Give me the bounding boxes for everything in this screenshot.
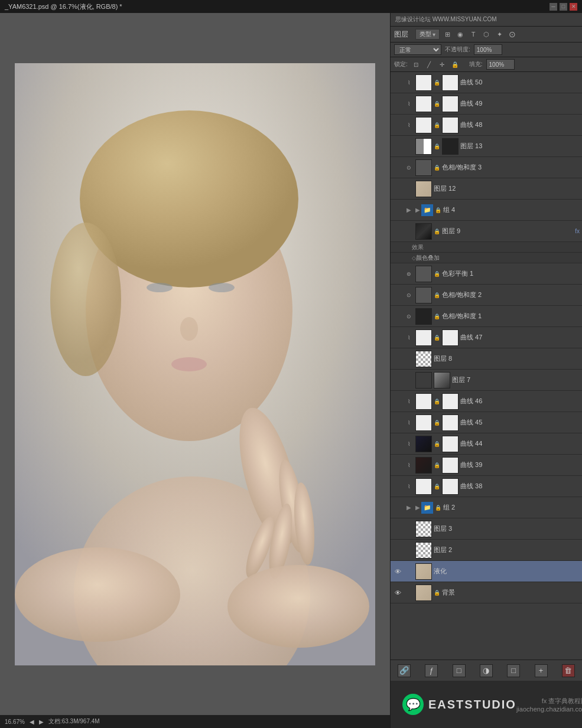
layer-item[interactable]: ⌇ 🔒 曲线 44 — [391, 433, 582, 455]
layer-item[interactable]: 👁 液化 — [391, 561, 582, 582]
new-fill-button[interactable]: ◑ — [480, 664, 493, 677]
layer-type-indicator: ⌇ — [404, 120, 414, 130]
layer-visibility-toggle[interactable] — [393, 333, 402, 342]
layer-visibility-toggle[interactable] — [393, 120, 402, 130]
layer-type-indicator: ▶ — [404, 503, 414, 512]
layer-name-label: 组 2 — [443, 503, 580, 512]
new-layer-button[interactable]: + — [535, 664, 548, 677]
layer-item[interactable]: ▶ ▶ 📁 🔒 组 4 — [391, 200, 582, 221]
layer-shape-icon[interactable]: ⬡ — [481, 29, 492, 40]
layer-item[interactable]: ⌇ 🔒 曲线 47 — [391, 327, 582, 348]
layer-visibility-toggle[interactable]: 👁 — [393, 588, 402, 598]
layer-item[interactable]: 图层 7 — [391, 370, 582, 391]
layer-visibility-toggle[interactable] — [393, 397, 402, 406]
layer-thumbnail — [415, 478, 432, 495]
layer-visibility-toggle[interactable] — [393, 290, 402, 300]
layer-thumbnail — [415, 117, 432, 133]
layer-item[interactable]: 图层 8 — [391, 348, 582, 370]
layer-visibility-toggle[interactable] — [393, 524, 402, 534]
layer-item[interactable]: 🔒 图层 9 fx — [391, 221, 582, 242]
layer-visibility-toggle[interactable] — [393, 78, 402, 87]
layer-item[interactable]: ⌇ 🔒 曲线 50 — [391, 72, 582, 93]
group-expand-icon[interactable]: ▶ 📁 — [415, 204, 433, 216]
layer-item[interactable]: ⌇ 🔒 曲线 38 — [391, 476, 582, 497]
fill-input[interactable] — [486, 59, 515, 70]
studio-name: EASTSTUDIO — [428, 698, 516, 711]
layer-visibility-toggle[interactable] — [393, 482, 402, 491]
group-expand-icon[interactable]: ▶ 📁 — [415, 502, 433, 514]
wechat-icon: 💬 — [402, 694, 424, 715]
layer-visibility-toggle[interactable] — [393, 439, 402, 449]
layer-visibility-toggle[interactable] — [393, 461, 402, 470]
layer-type-indicator: ⊙ — [404, 290, 414, 300]
layer-visibility-toggle[interactable] — [393, 354, 402, 364]
layer-item[interactable]: ⌇ 🔒 曲线 46 — [391, 391, 582, 412]
layer-visibility-toggle[interactable] — [393, 99, 402, 109]
lock-gradient-icon[interactable]: ╱ — [424, 60, 434, 69]
layer-item[interactable]: 图层 2 — [391, 540, 582, 561]
layer-visibility-toggle[interactable] — [393, 418, 402, 427]
layer-pixel-icon[interactable]: ⊞ — [442, 29, 453, 40]
opacity-input[interactable] — [474, 44, 502, 55]
canvas-viewport[interactable] — [0, 13, 390, 715]
layer-mask-thumbnail — [442, 329, 459, 346]
layer-type-indicator: ⌇ — [404, 461, 414, 470]
layer-item[interactable]: ⊙ 🔒 色相/饱和度 2 — [391, 285, 582, 306]
minimize-button[interactable]: ─ — [550, 3, 557, 11]
layer-visibility-toggle[interactable] — [393, 142, 402, 151]
layer-smart-icon[interactable]: ✦ — [494, 29, 505, 40]
svg-point-4 — [50, 223, 121, 376]
delete-layer-button[interactable]: 🗑 — [562, 664, 575, 677]
layer-item[interactable]: ▶ ▶ 📁 🔒 组 2 — [391, 497, 582, 518]
filter-type-button[interactable]: 类型 ▾ — [415, 29, 440, 40]
layer-lock-icon: 🔒 — [435, 505, 441, 511]
layer-item[interactable]: ⌇ 🔒 曲线 48 — [391, 115, 582, 136]
maximize-button[interactable]: □ — [560, 3, 567, 11]
layer-visibility-toggle[interactable] — [393, 546, 402, 555]
layer-item[interactable]: ⊙ 🔒 色相/饱和度 3 — [391, 157, 582, 178]
close-button[interactable]: ✕ — [570, 3, 577, 11]
website-info: fx 查字典教程网 jiaocheng.chazidian.com — [516, 697, 582, 713]
lock-all-icon[interactable]: 🔒 — [450, 60, 460, 69]
layer-item[interactable]: 👁 🔒 背景 — [391, 582, 582, 603]
layer-visibility-toggle[interactable] — [393, 376, 402, 385]
lock-label: 锁定: — [394, 60, 408, 68]
layer-item[interactable]: ⊜ 🔒 色彩平衡 1 — [391, 263, 582, 285]
layer-item[interactable]: 图层 12 — [391, 178, 582, 200]
canvas-image — [15, 63, 375, 665]
layer-visibility-toggle[interactable] — [393, 503, 402, 512]
add-mask-button[interactable]: □ — [453, 664, 466, 677]
website-fx: fx 查字典教程网 — [516, 697, 582, 706]
layer-filter-toggle[interactable]: ⊙ — [507, 29, 518, 40]
layer-type-indicator: ⌇ — [404, 439, 414, 449]
layer-type-icon[interactable]: T — [468, 29, 479, 40]
layer-item[interactable]: ⌇ 🔒 曲线 39 — [391, 455, 582, 476]
layer-visibility-toggle[interactable] — [393, 269, 402, 279]
nav-prev[interactable]: ◀ — [30, 719, 34, 725]
window-controls[interactable]: ─ □ ✕ — [550, 3, 577, 11]
layer-item[interactable]: 🔒 图层 13 — [391, 136, 582, 157]
layer-visibility-toggle[interactable]: 👁 — [393, 567, 402, 576]
layer-item[interactable]: ⌇ 🔒 曲线 49 — [391, 93, 582, 115]
new-group-button[interactable]: □ — [507, 664, 520, 677]
layer-item[interactable]: 图层 3 — [391, 518, 582, 540]
layer-item[interactable]: ⌇ 🔒 曲线 45 — [391, 412, 582, 433]
add-style-button[interactable]: ƒ — [425, 664, 438, 677]
doc-size: 文档:63.3M/967.4M — [48, 717, 100, 726]
layer-adjust-icon[interactable]: ◉ — [455, 29, 466, 40]
link-layers-button[interactable]: 🔗 — [398, 664, 411, 677]
lock-move-icon[interactable]: ✛ — [437, 60, 447, 69]
layer-visibility-toggle[interactable] — [393, 205, 402, 215]
nav-next[interactable]: ▶ — [39, 719, 44, 725]
layer-type-indicator — [404, 524, 414, 534]
blend-mode-select[interactable]: 正常 — [394, 44, 441, 55]
layer-visibility-toggle[interactable] — [393, 312, 402, 321]
lock-pixel-icon[interactable]: ⊡ — [411, 60, 421, 69]
layer-item[interactable]: ⊙ 🔒 色相/饱和度 1 — [391, 306, 582, 327]
layer-visibility-toggle[interactable] — [393, 184, 402, 194]
layer-visibility-toggle[interactable] — [393, 227, 402, 236]
layer-visibility-toggle[interactable] — [393, 163, 402, 172]
layer-lock-icon: 🔒 — [434, 484, 440, 489]
layer-mask-thumbnail — [442, 393, 459, 410]
layer-mask-thumbnail — [434, 372, 450, 389]
